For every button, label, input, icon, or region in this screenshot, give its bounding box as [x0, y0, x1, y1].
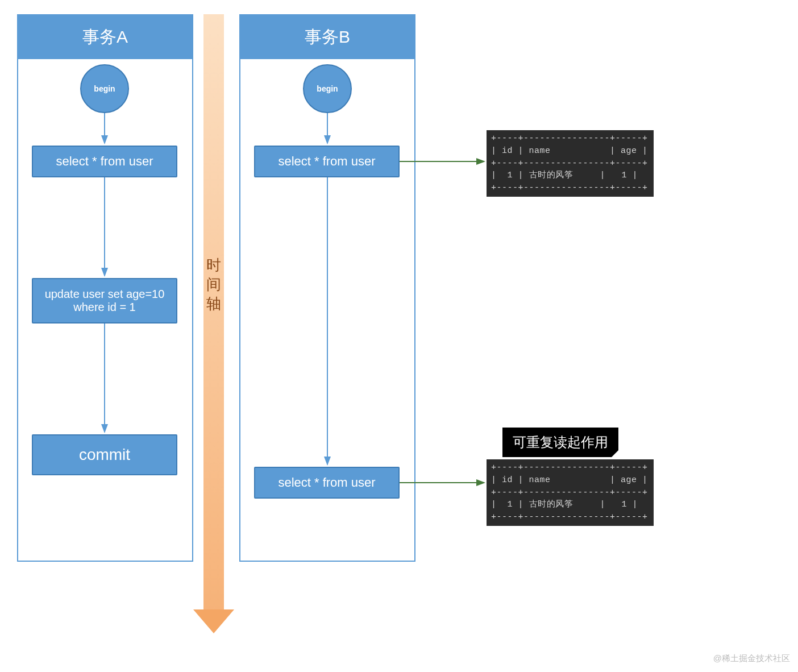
tx-a-select-text: select * from user [56, 154, 153, 169]
tx-a-commit-text: commit [79, 446, 130, 464]
tx-a-update-text: update user set age=10 where id = 1 [35, 288, 174, 314]
tx-b-select1-text: select * from user [278, 154, 375, 169]
timeline-arrowhead-icon [193, 609, 234, 633]
result-table-1: +----+----------------+-----+ | id | nam… [487, 130, 654, 197]
tx-a-select-box: select * from user [32, 146, 177, 177]
transaction-b-title: 事务B [240, 15, 414, 59]
repeatable-read-label: 可重复读起作用 [502, 428, 618, 457]
tx-a-update-box: update user set age=10 where id = 1 [32, 278, 177, 323]
timeline-label: 时间轴 [203, 256, 224, 313]
tx-a-commit-box: commit [32, 434, 177, 475]
tx-b-select2-box: select * from user [254, 467, 400, 499]
tx-a-begin-label: begin [94, 84, 115, 93]
tx-a-begin-node: begin [80, 64, 129, 113]
result-table-2: +----+----------------+-----+ | id | nam… [487, 459, 654, 526]
transaction-a-title: 事务A [18, 15, 192, 59]
repeatable-read-text: 可重复读起作用 [513, 434, 608, 450]
watermark: @稀土掘金技术社区 [713, 653, 790, 664]
tx-b-begin-node: begin [303, 64, 352, 113]
tx-b-begin-label: begin [317, 84, 338, 93]
tx-b-select1-box: select * from user [254, 146, 400, 177]
tx-b-select2-text: select * from user [278, 475, 375, 490]
